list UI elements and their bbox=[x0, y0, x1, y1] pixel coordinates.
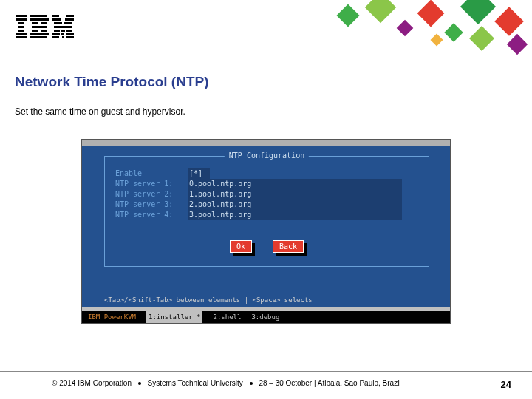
product-name: IBM PowerKVM bbox=[88, 311, 136, 323]
status-bar: IBM PowerKVM 1:installer * 2:shell 3:deb… bbox=[82, 311, 450, 323]
bullet-icon bbox=[250, 382, 253, 385]
event-name: Systems Technical University bbox=[148, 379, 243, 387]
copyright: © 2014 IBM Corporation bbox=[52, 379, 132, 387]
svg-rect-27 bbox=[61, 33, 64, 35]
svg-rect-4 bbox=[18, 30, 24, 32]
svg-rect-23 bbox=[54, 30, 60, 32]
svg-rect-26 bbox=[52, 33, 60, 35]
svg-rect-12 bbox=[32, 30, 38, 32]
enable-label: Enable bbox=[115, 168, 188, 179]
tab-installer[interactable]: 1:installer * bbox=[146, 311, 202, 323]
svg-rect-8 bbox=[30, 18, 49, 21]
svg-rect-17 bbox=[66, 15, 74, 17]
svg-rect-3 bbox=[18, 26, 24, 28]
svg-rect-6 bbox=[16, 36, 27, 38]
tab-debug[interactable]: 3:debug bbox=[251, 311, 279, 323]
page-subtitle: Set the same time on guest and hyperviso… bbox=[15, 106, 532, 117]
enable-checkbox[interactable]: [*] bbox=[188, 168, 210, 179]
svg-rect-1 bbox=[16, 18, 27, 21]
svg-rect-15 bbox=[30, 36, 47, 38]
bullet-icon bbox=[138, 382, 141, 385]
event-dates: 28 – 30 October | Atibaia, Sao Paulo, Br… bbox=[259, 379, 400, 387]
svg-rect-9 bbox=[32, 22, 38, 24]
server-input[interactable]: 1.pool.ntp.org bbox=[188, 189, 402, 200]
svg-rect-28 bbox=[66, 33, 74, 35]
svg-rect-22 bbox=[54, 26, 72, 28]
ntp-config-dialog: NTP Configuration Enable [*] NTP server … bbox=[104, 156, 429, 267]
svg-rect-25 bbox=[66, 30, 72, 32]
svg-rect-16 bbox=[52, 15, 59, 17]
page-title: Network Time Protocol (NTP) bbox=[15, 74, 532, 90]
svg-rect-31 bbox=[66, 36, 74, 38]
server-label: NTP server 1: bbox=[115, 179, 188, 189]
svg-rect-2 bbox=[18, 22, 24, 24]
server-label: NTP server 4: bbox=[115, 210, 188, 220]
dialog-buttons: Ok Back bbox=[105, 240, 429, 253]
terminal-screenshot: NTP Configuration Enable [*] NTP server … bbox=[81, 139, 451, 324]
ibm-logo bbox=[16, 15, 75, 38]
svg-rect-11 bbox=[32, 26, 47, 28]
footer-text: © 2014 IBM Corporation Systems Technical… bbox=[52, 379, 401, 387]
svg-rect-13 bbox=[41, 30, 47, 32]
svg-rect-10 bbox=[41, 22, 47, 24]
svg-rect-18 bbox=[52, 18, 61, 21]
server-label: NTP server 3: bbox=[115, 200, 188, 210]
svg-rect-24 bbox=[61, 30, 65, 32]
svg-rect-21 bbox=[64, 22, 72, 24]
titlebar-strip bbox=[82, 140, 450, 146]
decorative-cubes bbox=[325, 0, 532, 59]
svg-rect-5 bbox=[16, 33, 27, 35]
svg-rect-14 bbox=[30, 33, 49, 35]
svg-rect-19 bbox=[65, 18, 74, 21]
dialog-title: NTP Configuration bbox=[225, 151, 309, 160]
ok-button[interactable]: Ok bbox=[230, 240, 252, 253]
tab-shell[interactable]: 2:shell bbox=[213, 311, 241, 323]
page-number: 24 bbox=[501, 379, 511, 390]
slide-header bbox=[0, 0, 532, 59]
svg-rect-29 bbox=[52, 36, 59, 38]
svg-rect-20 bbox=[54, 22, 62, 24]
svg-rect-0 bbox=[16, 15, 27, 17]
back-button[interactable]: Back bbox=[273, 240, 304, 253]
server-input[interactable]: 2.pool.ntp.org bbox=[188, 200, 402, 210]
server-input[interactable]: 0.pool.ntp.org bbox=[188, 179, 402, 189]
svg-rect-7 bbox=[30, 15, 47, 17]
slide-footer: © 2014 IBM Corporation Systems Technical… bbox=[0, 371, 532, 399]
svg-rect-30 bbox=[62, 36, 64, 38]
dialog-fields: Enable [*] NTP server 1: 0.pool.ntp.org … bbox=[115, 168, 402, 220]
nav-hint: <Tab>/<Shift-Tab> between elements | <Sp… bbox=[104, 296, 313, 304]
server-input[interactable]: 3.pool.ntp.org bbox=[188, 210, 402, 220]
server-label: NTP server 2: bbox=[115, 189, 188, 200]
